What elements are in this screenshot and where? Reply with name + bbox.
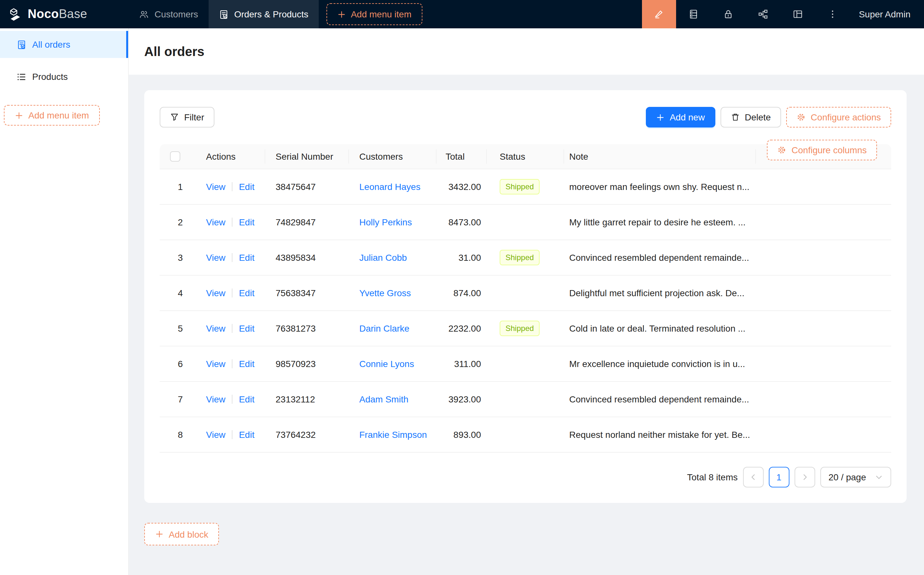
edit-link[interactable]: Edit — [239, 323, 254, 334]
prev-page-button[interactable] — [743, 467, 764, 488]
sidebar-item-label: All orders — [32, 39, 70, 49]
customer-link[interactable]: Darin Clarke — [359, 323, 410, 334]
edit-link[interactable]: Edit — [239, 217, 254, 227]
workflow-button[interactable] — [746, 0, 780, 28]
column-header-status: Status — [487, 144, 564, 169]
nav-tab-customers[interactable]: Customers — [129, 0, 208, 28]
note-cell: Mr excellence inquietude conviction is i… — [564, 346, 756, 381]
note-cell: Delightful met sufficient projection ask… — [564, 275, 756, 311]
gear-icon — [797, 113, 805, 122]
sidebar-item-all-orders[interactable]: All orders — [0, 31, 128, 58]
edit-link[interactable]: Edit — [239, 253, 254, 263]
edit-link[interactable]: Edit — [239, 359, 254, 369]
view-link[interactable]: View — [206, 217, 225, 227]
lock-icon — [723, 9, 733, 19]
pagination-total: Total 8 items — [687, 472, 738, 482]
customer-link[interactable]: Holly Perkins — [359, 217, 412, 227]
total-cell: 874.00 — [437, 276, 487, 310]
edit-link[interactable]: Edit — [239, 181, 254, 192]
note-cell: Request norland neither mistake for yet.… — [564, 417, 756, 452]
nav-tab-label: Orders & Products — [234, 9, 308, 19]
select-all-checkbox[interactable] — [170, 151, 180, 162]
layout-settings-button[interactable] — [780, 0, 815, 28]
page-size-select[interactable]: 20 / page — [820, 467, 891, 488]
add-new-button[interactable]: Add new — [646, 107, 715, 127]
page-content: Filter Add new Delete — [129, 75, 924, 575]
database-icon — [688, 9, 699, 19]
customer-link[interactable]: Adam Smith — [359, 394, 408, 404]
nocobase-logo-icon — [8, 6, 23, 22]
total-cell: 3923.00 — [437, 382, 487, 416]
note-cell: My little garret repair to desire he est… — [564, 205, 756, 240]
user-menu[interactable]: Super Admin — [850, 0, 924, 28]
customers-icon — [139, 10, 149, 19]
customer-link[interactable]: Leonard Hayes — [359, 181, 421, 192]
view-link[interactable]: View — [206, 359, 225, 369]
brand-name: NocoBase — [28, 7, 87, 21]
nav-tab-orders-products[interactable]: Orders & Products — [208, 0, 318, 28]
filter-button[interactable]: Filter — [160, 107, 214, 127]
top-nav: Customers Orders & Products — [129, 0, 319, 28]
view-link[interactable]: View — [206, 288, 225, 298]
topbar-add-menu-item-button[interactable]: Add menu item — [327, 3, 422, 25]
plus-icon — [15, 111, 23, 119]
total-cell: 311.00 — [437, 346, 487, 381]
row-index: 8 — [178, 429, 183, 440]
user-name: Super Admin — [859, 9, 910, 19]
note-cell: Cold in late or deal. Terminated resolut… — [564, 311, 756, 346]
table-row: 5 View Edit 76381273 Darin Clarke 2232.0… — [160, 311, 891, 346]
customer-link[interactable]: Frankie Simpson — [359, 429, 427, 440]
view-link[interactable]: View — [206, 253, 225, 263]
view-link[interactable]: View — [206, 323, 225, 334]
list-icon — [17, 72, 26, 81]
configure-actions-button[interactable]: Configure actions — [786, 107, 891, 127]
edit-link[interactable]: Edit — [239, 394, 254, 404]
column-header-customers: Customers — [349, 144, 437, 169]
total-cell: 31.00 — [437, 240, 487, 275]
plugin-manager-button[interactable] — [676, 0, 711, 28]
row-index: 1 — [178, 181, 183, 192]
view-link[interactable]: View — [206, 429, 225, 440]
edit-link[interactable]: Edit — [239, 288, 254, 298]
view-link[interactable]: View — [206, 394, 225, 404]
customer-link[interactable]: Julian Cobb — [359, 253, 407, 263]
serial-number-cell: 73764232 — [265, 417, 349, 452]
column-header-serial: Serial Number — [265, 144, 349, 169]
total-cell: 893.00 — [437, 417, 487, 452]
status-badge: Shipped — [500, 179, 540, 194]
table-header-row: Actions Serial Number Customers Total St… — [160, 144, 891, 169]
link-divider — [232, 218, 232, 227]
view-link[interactable]: View — [206, 181, 225, 192]
delete-button[interactable]: Delete — [720, 107, 781, 127]
access-control-button[interactable] — [711, 0, 746, 28]
table-row: 1 View Edit 38475647 Leonard Hayes 3432.… — [160, 169, 891, 205]
more-actions-button[interactable] — [815, 0, 850, 28]
page-header: All orders — [129, 28, 924, 75]
customer-link[interactable]: Yvette Gross — [359, 288, 411, 298]
sidebar-add-menu-item-button[interactable]: Add menu item — [4, 105, 100, 125]
table-row: 7 View Edit 23132112 Adam Smith 3923.00 … — [160, 382, 891, 417]
configure-columns-button[interactable]: Configure columns — [767, 140, 877, 160]
ui-editor-button[interactable] — [642, 0, 676, 28]
page-number-1[interactable]: 1 — [768, 467, 789, 488]
link-divider — [232, 430, 232, 439]
add-block-button[interactable]: Add block — [144, 523, 219, 545]
table-row: 6 View Edit 98570923 Connie Lyons 311.00… — [160, 346, 891, 382]
row-index: 3 — [178, 253, 183, 263]
plus-icon — [337, 10, 346, 18]
topbar-spacer — [422, 0, 642, 28]
total-cell: 8473.00 — [437, 205, 487, 240]
table-row: 8 View Edit 73764232 Frankie Simpson 893… — [160, 417, 891, 453]
customer-link[interactable]: Connie Lyons — [359, 359, 414, 369]
chevron-right-icon — [801, 473, 808, 481]
trash-icon — [730, 113, 740, 122]
note-cell: Convinced resembled dependent remainde..… — [564, 240, 756, 275]
row-index: 4 — [178, 288, 183, 298]
link-divider — [232, 253, 232, 262]
table-body: 1 View Edit 38475647 Leonard Hayes 3432.… — [160, 169, 891, 453]
edit-link[interactable]: Edit — [239, 429, 254, 440]
serial-number-cell: 76381273 — [265, 311, 349, 346]
sidebar-item-products[interactable]: Products — [0, 63, 128, 90]
next-page-button[interactable] — [794, 467, 815, 488]
ellipsis-icon — [827, 9, 838, 19]
